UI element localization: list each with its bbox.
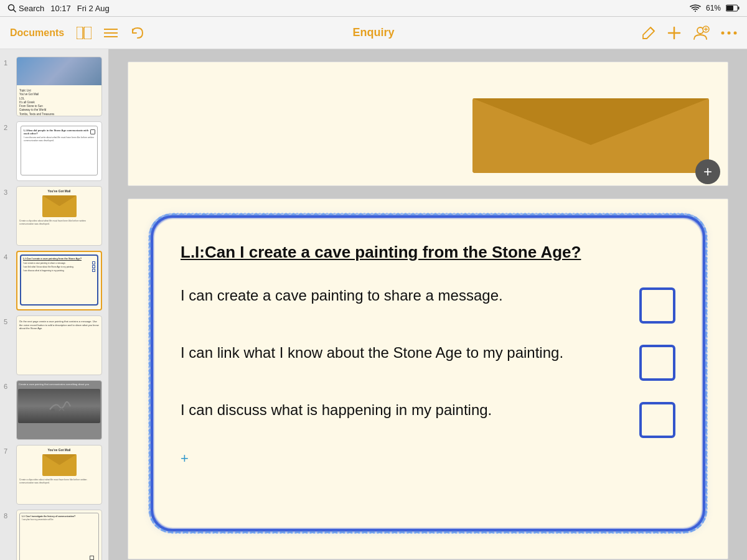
- li-item-3: I can discuss what is happening in my pa…: [181, 399, 675, 438]
- cave-art-icon: [47, 397, 72, 416]
- slide-thumb-8: L.I: Can I investigate the history of co…: [16, 510, 102, 560]
- slide-thumb-6: Create a cave painting that communicates…: [16, 380, 102, 440]
- search-icon: [7, 4, 16, 12]
- toolbar: Documents Enquiry: [0, 17, 747, 49]
- svg-line-1: [14, 10, 16, 12]
- slide-thumbnail-5[interactable]: 5 On the next page create a cave paintin…: [0, 313, 108, 378]
- search-button[interactable]: Search: [7, 4, 44, 13]
- plus-icon: [667, 26, 681, 40]
- envelope-image: +: [472, 98, 709, 173]
- documents-button[interactable]: Documents: [10, 27, 64, 39]
- li-checkbox-2[interactable]: [639, 345, 675, 381]
- li-card: L.I:Can I create a cave painting from th…: [153, 218, 703, 529]
- slide-number-1: 1: [4, 59, 12, 67]
- collaborate-button[interactable]: [692, 26, 710, 40]
- slide-thumbnail-4[interactable]: 4 L.I:Can I create a cave painting from …: [0, 248, 108, 313]
- undo-button[interactable]: [130, 27, 145, 39]
- li-card-title: L.I:Can I create a cave painting from th…: [181, 242, 675, 263]
- status-time: 10:17: [50, 4, 71, 13]
- svg-rect-4: [738, 7, 740, 10]
- slide-thumbnail-6[interactable]: 6 Create a cave painting that communicat…: [0, 378, 108, 442]
- slide-thumb-5: On the next page create a cave painting …: [16, 315, 102, 375]
- slide-number-5: 5: [4, 318, 12, 325]
- user-icon: [692, 26, 710, 40]
- main-layout: 1 Topic ListYou've Got MailLOLIt's all G…: [0, 49, 747, 560]
- li-checkbox-1[interactable]: [639, 287, 675, 324]
- annotate-button[interactable]: [641, 26, 656, 40]
- slide-thumbnail-8[interactable]: 8 L.I: Can I investigate the history of …: [0, 507, 108, 560]
- svg-line-10: [651, 27, 654, 31]
- undo-icon: [130, 27, 145, 39]
- li-item-1: I can create a cave painting to share a …: [181, 285, 675, 324]
- li-checkbox-3[interactable]: [639, 402, 675, 438]
- slide-thumb-3: You've Got Mail Create a clip video abou…: [16, 186, 102, 246]
- list-view-button[interactable]: [104, 27, 118, 39]
- svg-point-17: [721, 31, 725, 34]
- presentation-title: Enquiry: [352, 26, 394, 39]
- slide-number-3: 3: [4, 189, 12, 196]
- li-item-text-1: I can create a cave painting to share a …: [181, 285, 627, 306]
- battery-icon: [726, 4, 740, 12]
- li-item-2: I can link what I know about the Stone A…: [181, 342, 675, 381]
- add-button[interactable]: [667, 26, 681, 40]
- slide-above: +: [128, 62, 728, 186]
- slide-number-8: 8: [4, 512, 12, 520]
- svg-rect-3: [726, 6, 733, 11]
- slide-number-7: 7: [4, 447, 12, 455]
- status-bar: Search 10:17 Fri 2 Aug 61%: [0, 0, 747, 17]
- list-icon: [104, 27, 118, 39]
- slide-thumb-1: Topic ListYou've Got MailLOLIt's all Gre…: [16, 57, 102, 116]
- slide-number-2: 2: [4, 124, 12, 131]
- slide-panel-sidebar: 1 Topic ListYou've Got MailLOLIt's all G…: [0, 49, 109, 560]
- li-items-list: I can create a cave painting to share a …: [181, 285, 675, 438]
- li-item-text-3: I can discuss what is happening in my pa…: [181, 399, 627, 421]
- ellipsis-icon: [721, 30, 737, 36]
- more-options-button[interactable]: [721, 30, 737, 36]
- status-date: Fri 2 Aug: [77, 4, 110, 13]
- add-content-circle-button[interactable]: +: [695, 159, 720, 184]
- add-content-button[interactable]: +: [181, 450, 189, 467]
- li-item-text-2: I can link what I know about the Stone A…: [181, 342, 627, 363]
- slide-thumbnail-2[interactable]: 2 L.I:How did people in the Stone Age co…: [0, 119, 108, 184]
- slide-thumb-7: You've Got Mail Create a clips video abo…: [16, 445, 102, 505]
- slide-thumbnail-1[interactable]: 1 Topic ListYou've Got MailLOLIt's all G…: [0, 54, 108, 119]
- battery-level: 61%: [706, 4, 721, 12]
- svg-point-19: [734, 31, 737, 34]
- main-slide: L.I:Can I create a cave painting from th…: [128, 198, 728, 559]
- canvas-area: + L.I:Can I create a cave painting from …: [109, 49, 747, 560]
- slide-thumb-2: L.I:How did people in the Stone Age comm…: [16, 121, 102, 181]
- svg-point-18: [728, 31, 731, 34]
- svg-rect-5: [77, 27, 83, 39]
- svg-rect-6: [84, 27, 92, 39]
- pen-icon: [641, 26, 656, 40]
- sidebar-toggle-icon: [77, 27, 92, 39]
- slide-number-6: 6: [4, 383, 12, 390]
- search-label: Search: [19, 4, 44, 13]
- slide-number-4: 4: [4, 253, 12, 261]
- envelope-icon: [472, 98, 709, 173]
- slide-thumbnail-3[interactable]: 3 You've Got Mail Create a clip video ab…: [0, 184, 108, 248]
- wifi-icon: [690, 4, 701, 12]
- svg-point-20: [51, 409, 55, 413]
- slide-thumb-4: L.I:Can I create a cave painting from th…: [16, 251, 102, 310]
- slide-thumbnail-7[interactable]: 7 You've Got Mail Create a clips video a…: [0, 442, 108, 507]
- view-toggle-button[interactable]: [77, 27, 92, 39]
